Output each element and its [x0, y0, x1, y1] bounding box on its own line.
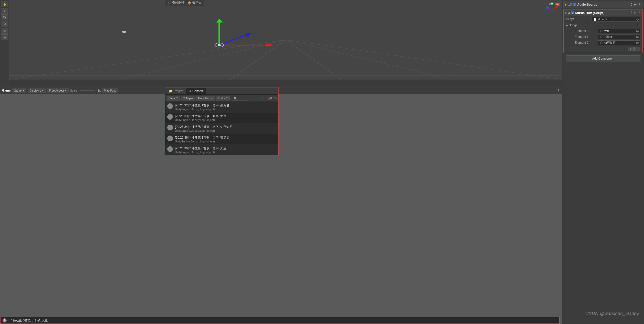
hand-tool-btn[interactable]: ✋	[1, 1, 8, 7]
console-entry-icon-4: !	[167, 146, 173, 152]
script-file-icon: 📄	[593, 18, 596, 21]
rotate-tool-btn[interactable]: ↻	[1, 14, 8, 20]
game-dropdown-btn[interactable]: Game ▼	[12, 88, 26, 93]
element-0-label: Element 0	[575, 29, 598, 33]
console-entry-main-3: [20:26:36] * 播放第 1首歌，名字: 孤勇者	[175, 136, 276, 140]
move-tool-btn[interactable]: ⊕	[1, 8, 8, 14]
left-area: ✋ ⊕ ↻ ⇲ ▭ ⊞	[0, 0, 562, 324]
element-2-music-icon: 🎵	[599, 41, 603, 44]
warn-badge: △ 0	[268, 96, 272, 100]
scale-value-text: 2x	[98, 89, 101, 92]
element-0-value: 大鱼	[604, 29, 610, 33]
music-box-menu-btn[interactable]: ⋮	[638, 11, 641, 15]
console-entry-2[interactable]: ! [20:26:34] * 播放第 2首歌，名字: 知否知否 UnityEng…	[165, 123, 278, 134]
console-tab[interactable]: 🖥 Console	[186, 88, 206, 94]
editor-btn[interactable]: Editor ▼	[216, 96, 230, 100]
transform-tool-btn[interactable]: ⊞	[1, 34, 8, 40]
console-entries: ! [20:26:32] * 播放第 1首歌，名字: 孤勇者 UnityEngi…	[165, 102, 278, 155]
error-icon: ⚠	[262, 96, 264, 100]
audio-source-presets-btn[interactable]: ⇌	[634, 3, 637, 6]
audio-source-menu-btn[interactable]: ⋮	[638, 3, 641, 6]
add-component-btn[interactable]: Add Component	[566, 55, 640, 62]
element-2-row: — Element 2 🎵 知否知否 ◎	[564, 40, 642, 46]
console-entry-main-2: [20:26:34] * 播放第 2首歌，名字: 知否知否	[175, 125, 276, 129]
element-1-dash: —	[570, 35, 573, 39]
project-tab[interactable]: 📁 Project	[166, 88, 186, 94]
editor-arrow: ▼	[226, 97, 228, 99]
script-value-field: 📄 MusicBox ◎	[592, 17, 640, 21]
aspect-arrow: ▼	[65, 90, 67, 92]
music-box-presets-btn[interactable]: ⇌	[634, 11, 636, 15]
console-toolbar: Clear ▼ Collapse Error Pause Editor ▼ ⚠ …	[165, 95, 278, 102]
scene-view: ✋ ⊕ ↻ ⇲ ▭ ⊞	[0, 0, 562, 87]
console-search-input[interactable]	[232, 96, 247, 100]
element-2-circle-btn[interactable]: ◎	[636, 41, 639, 44]
rect-tool-btn[interactable]: ▭	[1, 28, 8, 34]
element-1-label: Element 1	[575, 35, 598, 39]
console-entry-0[interactable]: ! [20:26:32] * 播放第 1首歌，名字: 孤勇者 UnityEngi…	[165, 102, 278, 113]
element-0-circle-btn[interactable]: ◎	[636, 29, 639, 33]
element-1-circle-btn[interactable]: ◎	[636, 35, 639, 39]
main-container: ✋ ⊕ ↻ ⇲ ▭ ⊞	[0, 0, 644, 324]
error-badge: ⚠ 5	[262, 96, 266, 100]
display-dropdown-btn[interactable]: Display 1 ▼	[28, 88, 46, 93]
game-menu-btn[interactable]: ⋮	[557, 88, 560, 93]
console-entry-sub-0: UnityEngine.Debug:Log (object)	[175, 108, 276, 111]
scale-slider-track	[80, 90, 95, 91]
element-1-music-icon: 🎵	[599, 35, 603, 39]
element-0-music-icon: 🎵	[599, 29, 603, 33]
error-pause-btn[interactable]: Error Pause	[196, 96, 215, 100]
element-1-row: — Element 1 🎵 孤勇者 ◎	[564, 34, 642, 40]
clear-btn[interactable]: Clear ▼	[167, 96, 180, 100]
songs-foldout-icon: ▶	[566, 24, 568, 27]
console-entry-sub-2: UnityEngine.Debug:Log (object)	[175, 129, 276, 132]
script-value: MusicBox	[597, 18, 610, 21]
console-entry-1[interactable]: ! [20:26:33] * 播放第 0首歌，名字: 大鱼 UnityEngin…	[165, 113, 278, 123]
console-entry-text-0: [20:26:32] * 播放第 1首歌，名字: 孤勇者 UnityEngine…	[175, 103, 276, 111]
status-message: * 播放第 0首歌，名字: 大鱼	[11, 318, 48, 323]
scale-label-text: Scale	[70, 89, 77, 92]
info-icon: ℹ	[273, 96, 274, 100]
collapse-btn[interactable]: Collapse	[181, 96, 195, 100]
console-tab-label: Console	[192, 89, 204, 93]
script-circle-btn[interactable]: ◎	[636, 17, 639, 21]
project-console-panel: 📁 Project 🖥 Console ⋮ Clear ▼ Collapse E…	[165, 87, 279, 156]
console-monitor-icon: 🖥	[188, 89, 191, 93]
songs-add-btn[interactable]: +	[628, 47, 634, 51]
element-0-row: — Element 0 🎵 大鱼 ◎	[564, 28, 642, 34]
console-entry-main-1: [20:26:33] * 播放第 0首歌，名字: 大鱼	[175, 114, 276, 118]
aspect-dropdown-btn[interactable]: Free Aspect ▼	[47, 88, 69, 93]
audio-test-icon: 🎵	[167, 1, 171, 5]
svg-point-25	[546, 6, 549, 9]
console-entry-3[interactable]: ! [20:26:36] * 播放第 1首歌，名字: 孤勇者 UnityEngi…	[165, 134, 278, 145]
game-canvas	[0, 94, 562, 324]
watermark: CSDN @wanchen_Gabby	[585, 311, 639, 316]
music-box-checkbox[interactable]	[571, 11, 574, 14]
element-0-field: 🎵 大鱼 ◎	[598, 29, 640, 33]
console-entry-4[interactable]: ! [20:26:36] * 播放第 0首歌，名字: 大鱼 UnityEngin…	[165, 145, 278, 155]
audio-source-help-btn[interactable]: ?	[631, 3, 632, 6]
songs-label: Songs	[569, 24, 637, 27]
console-panel-menu-btn[interactable]: ⋮	[273, 89, 277, 93]
music-box-title: Music Box (Script)	[575, 11, 604, 15]
songs-add-remove: + −	[564, 46, 642, 53]
play-focus-btn[interactable]: Play Focu	[102, 88, 118, 93]
clear-label: Clear	[169, 97, 175, 100]
music-box-section: ▶ # Music Box (Script) ? ⇌ ⋮ Script 📄	[563, 9, 643, 53]
element-2-label: Element 2	[575, 41, 598, 44]
audio-source-checkbox[interactable]	[573, 3, 576, 6]
music-box-help-btn[interactable]: ?	[630, 11, 632, 15]
songs-remove-btn[interactable]: −	[634, 47, 640, 51]
error-count: 5	[265, 97, 266, 100]
console-entry-sub-4: UnityEngine.Debug:Log (object)	[175, 151, 276, 154]
scale-tool-btn[interactable]: ⇲	[1, 21, 8, 27]
songs-count: 3	[637, 24, 638, 27]
audio-source-section: ▶ 🔊 Audio Source ? ⇌ ⋮	[563, 1, 643, 8]
game-label: Game	[14, 89, 21, 92]
status-bar: ! * * 播放第 0首歌，名字: 大鱼	[0, 317, 560, 324]
game-tab-label: Game	[2, 89, 10, 92]
audio-source-title: Audio Source	[577, 3, 597, 6]
songs-header-row: ▶ Songs 3	[564, 23, 642, 28]
play-focus-label: Play Focu	[104, 89, 116, 92]
display-label: Display 1	[29, 89, 41, 92]
